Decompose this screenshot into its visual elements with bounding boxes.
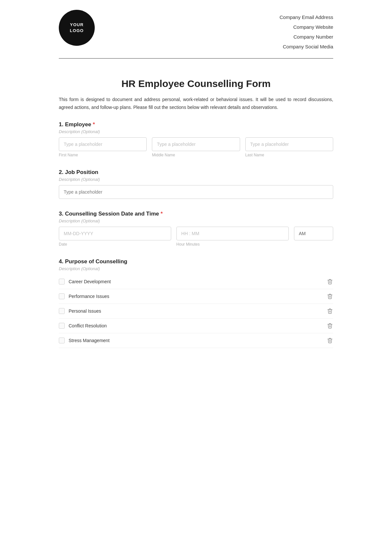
checkbox-item: Performance Issues	[59, 289, 333, 304]
page-header: YOUR LOGO Company Email Address Company …	[46, 0, 346, 58]
checkbox-left: Performance Issues	[59, 293, 109, 299]
job-position-input[interactable]	[59, 185, 333, 199]
delete-option-2-button[interactable]	[327, 308, 333, 314]
section-datetime-title: 3. Counselling Session Date and Time *	[59, 211, 333, 217]
section-purpose: 4. Purpose of Counselling Description (O…	[59, 258, 333, 348]
middle-name-input[interactable]	[152, 137, 240, 151]
checkbox-left: Stress Management	[59, 338, 109, 343]
first-name-label: First Name	[59, 153, 147, 157]
time-group: Hour Minutes	[176, 227, 289, 247]
checkbox-label-4: Stress Management	[69, 338, 109, 343]
checkbox-label-0: Career Development	[69, 279, 111, 284]
delete-option-4-button[interactable]	[327, 337, 333, 344]
company-info: Company Email Address Company Website Co…	[280, 10, 333, 52]
time-input[interactable]	[176, 227, 289, 240]
logo-line2: LOGO	[70, 28, 84, 34]
form-content: HR Employee Counselling Form This form i…	[46, 59, 346, 379]
section-employee: 1. Employee * Description (Optional) Fir…	[59, 121, 333, 157]
middle-name-group: Middle Name	[152, 137, 240, 157]
time-label: Hour Minutes	[176, 242, 289, 247]
section-purpose-title: 4. Purpose of Counselling	[59, 258, 333, 265]
checkbox-item: Career Development	[59, 274, 333, 289]
last-name-group: Last Name	[245, 137, 333, 157]
section-purpose-desc: Description (Optional)	[59, 266, 333, 271]
employee-name-row: First Name Middle Name Last Name	[59, 137, 333, 157]
section-datetime-desc: Description (Optional)	[59, 218, 333, 223]
purpose-checkbox-list: Career Development Performance Issues	[59, 274, 333, 348]
company-email-label: Company Email Address	[280, 12, 333, 22]
last-name-input[interactable]	[245, 137, 333, 151]
last-name-label: Last Name	[245, 153, 333, 157]
company-website-label: Company Website	[280, 22, 333, 32]
section-job-title: 2. Job Position	[59, 169, 333, 176]
section-datetime: 3. Counselling Session Date and Time * D…	[59, 211, 333, 247]
checkbox-item: Stress Management	[59, 333, 333, 348]
logo-line1: YOUR	[70, 22, 84, 28]
checkbox-box-1[interactable]	[59, 293, 65, 299]
checkbox-left: Personal Issues	[59, 308, 101, 314]
checkbox-label-3: Conflict Resolution	[69, 323, 107, 328]
form-title: HR Employee Counselling Form	[59, 78, 333, 89]
datetime-row: Date Hour Minutes AM PM	[59, 227, 333, 247]
delete-option-1-button[interactable]	[327, 293, 333, 300]
date-label: Date	[59, 242, 171, 247]
company-logo: YOUR LOGO	[59, 10, 95, 46]
checkbox-item: Conflict Resolution	[59, 319, 333, 333]
checkbox-label-1: Performance Issues	[69, 294, 109, 299]
company-social-label: Company Social Media	[280, 42, 333, 52]
delete-option-3-button[interactable]	[327, 322, 333, 329]
checkbox-box-3[interactable]	[59, 323, 65, 329]
section-employee-title: 1. Employee *	[59, 121, 333, 128]
first-name-group: First Name	[59, 137, 147, 157]
delete-option-0-button[interactable]	[327, 278, 333, 285]
checkbox-left: Career Development	[59, 279, 111, 285]
checkbox-left: Conflict Resolution	[59, 323, 107, 329]
checkbox-box-2[interactable]	[59, 308, 65, 314]
section-job-position: 2. Job Position Description (Optional)	[59, 169, 333, 199]
form-description: This form is designed to document and ad…	[59, 96, 333, 112]
first-name-input[interactable]	[59, 137, 147, 151]
checkbox-box-0[interactable]	[59, 279, 65, 285]
date-group: Date	[59, 227, 171, 247]
section-employee-desc: Description (Optional)	[59, 129, 333, 134]
section-job-desc: Description (Optional)	[59, 177, 333, 182]
checkbox-item: Personal Issues	[59, 304, 333, 319]
date-input[interactable]	[59, 227, 171, 240]
checkbox-box-4[interactable]	[59, 338, 65, 343]
checkbox-label-2: Personal Issues	[69, 308, 101, 314]
middle-name-label: Middle Name	[152, 153, 240, 157]
company-number-label: Company Number	[280, 32, 333, 42]
ampm-group: AM PM	[294, 227, 333, 240]
ampm-select[interactable]: AM PM	[294, 227, 333, 240]
